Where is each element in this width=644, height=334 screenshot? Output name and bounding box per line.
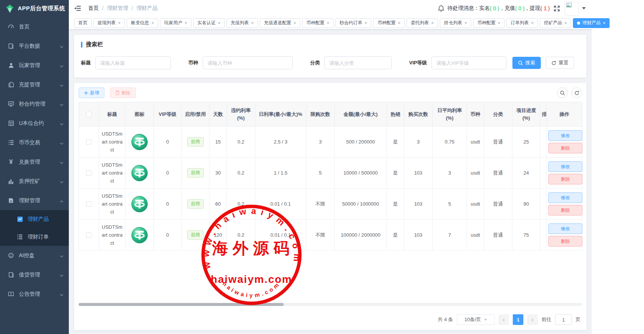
refresh-table-button[interactable]: [571, 87, 582, 98]
add-button[interactable]: 新增: [79, 87, 104, 98]
admin-app: APP后台管理系统 首页 平台数据 玩家管理 充提管理: [0, 0, 592, 334]
close-icon[interactable]: ×: [218, 21, 220, 25]
sidebar-item-announcement[interactable]: 公告管理: [0, 284, 69, 304]
broken-image-icon: [566, 3, 572, 8]
tab-player-users[interactable]: 玩家用户×: [160, 18, 191, 28]
close-icon[interactable]: ×: [464, 21, 467, 25]
prev-page-button[interactable]: ‹: [498, 314, 509, 325]
tab-withdraw-list[interactable]: 提现列表×: [93, 18, 125, 28]
close-icon[interactable]: ×: [365, 21, 367, 25]
data-pages-icon: [8, 43, 14, 49]
tab-entrust-list[interactable]: 委托列表×: [407, 18, 438, 28]
page-size-select[interactable]: 10条/页: [457, 314, 495, 325]
tab-finance-products[interactable]: 理财产品×: [573, 18, 610, 28]
tab-order-list[interactable]: 订单列表×: [506, 18, 538, 28]
close-icon[interactable]: ×: [531, 21, 534, 25]
sidebar-item-ai-control[interactable]: AI控盘: [0, 246, 69, 265]
sidebar-item-finance-management[interactable]: 理财管理: [0, 191, 69, 210]
active-dot: [577, 22, 580, 25]
tab-mining-products[interactable]: 挖矿产品×: [540, 18, 571, 28]
coin-input[interactable]: [203, 56, 293, 69]
breadcrumb-home[interactable]: 首页: [88, 5, 99, 12]
table-row: USDTSmart contract 0 启用 30 0.2 1 / 1.5 5…: [79, 158, 582, 189]
close-icon[interactable]: ×: [603, 21, 605, 25]
tab-seconds-orders[interactable]: 秒合约订单×: [335, 18, 371, 28]
reset-button[interactable]: 重置: [546, 57, 574, 69]
table-row: USDTSmart contract 0 启用 15 0.2 2.5 / 3 3…: [79, 126, 582, 158]
close-icon[interactable]: ×: [293, 21, 296, 25]
top-navbar: 首页 / 理财管理 / 理财产品 待处理消息： 实名 ( 0 ) ， 充值 ( …: [69, 0, 592, 17]
delete-button[interactable]: 删除: [110, 87, 136, 98]
sidebar-item-u-contract[interactable]: U本位合约: [0, 114, 69, 133]
close-icon[interactable]: ×: [498, 21, 500, 25]
close-icon[interactable]: ×: [118, 21, 121, 25]
scrollbar-thumb[interactable]: [79, 303, 284, 306]
next-page-button[interactable]: ›: [527, 314, 538, 325]
close-icon[interactable]: ×: [398, 21, 400, 25]
sidebar-item-exchange[interactable]: ¥ 兑换管理: [0, 152, 69, 172]
sidebar-item-seconds-contract[interactable]: 秒合约管理: [0, 94, 69, 114]
book-icon: [8, 272, 14, 278]
sidebar-item-coin-trade[interactable]: 币币交易: [0, 133, 69, 152]
search-icon: [560, 91, 565, 95]
sidebar-fold-icon[interactable]: [74, 5, 81, 11]
chevron-down-icon: [60, 253, 64, 259]
edit-button[interactable]: 修改: [548, 130, 582, 141]
bell-icon[interactable]: [438, 5, 444, 12]
page-number-button[interactable]: 1: [513, 314, 523, 325]
goto-page-input[interactable]: [555, 314, 572, 325]
category-input[interactable]: [324, 56, 392, 69]
sidebar-item-finance-products[interactable]: 理财产品: [0, 210, 69, 228]
row-checkbox[interactable]: [86, 170, 92, 176]
sidebar-item-finance-orders[interactable]: 理财订单: [0, 228, 69, 246]
tab-realname-auth[interactable]: 实名认证×: [193, 18, 225, 28]
finance-submenu: 理财产品 理财订单: [0, 210, 69, 246]
delete-row-button[interactable]: 删除: [548, 205, 582, 215]
tab-coin-config-2[interactable]: 币种配置×: [373, 18, 405, 28]
sidebar-item-lending[interactable]: 借贷管理: [0, 265, 69, 284]
edit-button[interactable]: 修改: [548, 161, 582, 172]
close-icon[interactable]: ×: [251, 21, 254, 25]
sidebar-item-staking-mining[interactable]: 质押挖矿: [0, 172, 69, 191]
edit-button[interactable]: 修改: [548, 223, 582, 234]
msg-withdraw-label[interactable]: 提现: [530, 5, 540, 12]
tab-home[interactable]: 首页: [74, 18, 92, 28]
row-checkbox[interactable]: [86, 233, 92, 238]
msg-realname-label[interactable]: 实名: [479, 5, 490, 12]
close-icon[interactable]: ×: [185, 21, 187, 25]
close-icon[interactable]: ×: [327, 21, 329, 25]
title-input[interactable]: [95, 56, 171, 69]
delete-row-button[interactable]: 删除: [548, 236, 582, 247]
delete-row-button[interactable]: 删除: [548, 174, 582, 184]
user-menu-caret-icon[interactable]: [582, 7, 586, 9]
breadcrumb-finance-management[interactable]: 理财管理: [107, 5, 128, 12]
search-button[interactable]: 搜索: [512, 57, 541, 69]
tab-coin-config-3[interactable]: 币种配置×: [473, 18, 504, 28]
tether-coin-icon: [131, 165, 148, 181]
avatar[interactable]: [565, 1, 579, 16]
fullscreen-icon[interactable]: [554, 5, 560, 12]
vip-level-input[interactable]: [431, 56, 506, 69]
table-toolbar: 新增 删除: [79, 87, 582, 98]
tab-account-changes[interactable]: 账变信息×: [127, 18, 158, 28]
tab-position-list[interactable]: 持仓列表×: [440, 18, 471, 28]
close-icon[interactable]: ×: [431, 21, 434, 25]
close-icon[interactable]: ×: [564, 21, 567, 25]
msg-deposit-label[interactable]: 充值: [504, 5, 515, 12]
toggle-search-button[interactable]: [557, 87, 568, 98]
tab-deposit-list[interactable]: 充值列表×: [227, 18, 258, 28]
tab-deposit-channel-config[interactable]: 充值通道配置×: [260, 18, 300, 28]
close-icon[interactable]: ×: [151, 21, 154, 25]
row-checkbox[interactable]: [86, 201, 92, 207]
chevron-down-icon: [60, 120, 64, 126]
sidebar-item-player-management[interactable]: 玩家管理: [0, 56, 69, 75]
sidebar-item-deposit-withdraw[interactable]: 充提管理: [0, 75, 69, 94]
sidebar-item-platform-data[interactable]: 平台数据: [0, 36, 69, 56]
tab-coin-config-1[interactable]: 币种配置×: [302, 18, 334, 28]
row-checkbox[interactable]: [86, 139, 92, 145]
sidebar-item-home[interactable]: 首页: [0, 17, 69, 36]
delete-row-button[interactable]: 删除: [548, 143, 582, 153]
horizontal-scrollbar[interactable]: [79, 303, 582, 306]
select-all-checkbox[interactable]: [86, 112, 92, 117]
edit-button[interactable]: 修改: [548, 192, 582, 203]
